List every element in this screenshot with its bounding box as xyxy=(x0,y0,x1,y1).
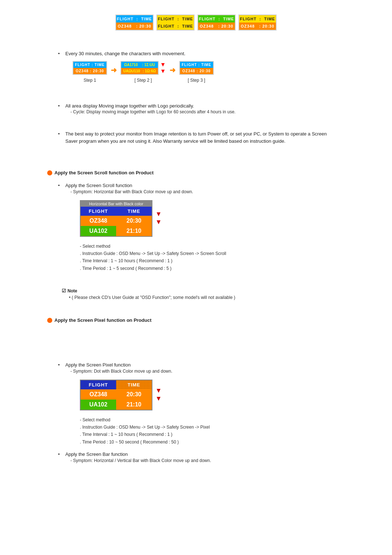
card4-bottom: OZ348 : 20:30 xyxy=(239,23,276,30)
pixel-display-table: FLIGHT TIME OZ348 20:30 UA102 21:10 xyxy=(80,380,152,410)
arrow-2: ➜ xyxy=(170,66,176,74)
pixel-bullet-sub: - Symptom: Dot with Black Color move up … xyxy=(70,369,210,374)
bar-bullet-text: Apply the Screen Bar function xyxy=(65,451,211,458)
pixel-r3-left: UA102 xyxy=(81,400,116,410)
pixel-table-row1: FLIGHT TIME xyxy=(81,380,152,389)
scroll-r3-left: UA102 xyxy=(81,226,116,236)
pixel-heading-text: Apply the Screen Pixel function on Produ… xyxy=(54,317,151,323)
scroll-bullet-dot: • xyxy=(58,183,63,188)
section-protect: • The best way to protect your monitor f… xyxy=(58,130,334,145)
pixel-table-row2: OZ348 20:30 xyxy=(81,389,152,400)
scroll-r3-right: 21:10 xyxy=(116,226,152,236)
pixel-r1-right: TIME xyxy=(116,380,152,389)
steps-row: FLIGHT : TIME OZ348 : 20:30 Step 1 ➜ ΩA1… xyxy=(73,61,214,83)
pixel-bullet-dot: • xyxy=(58,362,63,368)
card1-top: FLIGHT : TIME xyxy=(116,15,153,23)
flight-card-3: FLIGHT : TIME OZ348 : 20:30 xyxy=(197,15,236,31)
scroll-table-row3: UA102 21:10 xyxy=(81,226,152,236)
step3-card: FLIGHT : TIME OZ348 : 20:30 xyxy=(179,61,214,75)
pixel-display-container: FLIGHT TIME OZ348 20:30 UA102 21:10 xyxy=(65,377,210,413)
step2-arrows: ▼ ▼ xyxy=(160,61,166,74)
bullet-text-3: The best way to protect your monitor fro… xyxy=(65,130,334,145)
bar-bullet-sub: - Symptom: Horizontal / Vertical Bar wit… xyxy=(70,458,211,463)
step2-row2: UAΩU110 : 1Ω:6Ω xyxy=(121,68,158,74)
scroll-method-line2: . Time Interval : 1 ~ 10 hours ( Recomme… xyxy=(80,257,226,264)
scroll-table-row1: FLIGHT TIME xyxy=(81,207,152,216)
note-title: ☑ Note xyxy=(62,288,345,293)
pixel-r1-left: FLIGHT xyxy=(81,380,116,389)
card3-top: FLIGHT : TIME xyxy=(198,15,235,23)
scroll-bullet-sub: - Symptom: Horizontal Bar with Black Col… xyxy=(70,189,226,194)
orange-dot-2 xyxy=(47,318,52,323)
step1-card: FLIGHT : TIME OZ348 : 20:30 xyxy=(73,61,107,75)
scroll-method-line3: . Time Period : 1 ~ 5 second ( Recommend… xyxy=(80,265,226,272)
card3-bottom: OZ348 : 20:30 xyxy=(198,23,235,30)
bullet-text-2: All area display Moving image together w… xyxy=(65,102,236,110)
section-30min: • Every 30 minutes, change the character… xyxy=(58,50,334,86)
scroll-method-line1: . Instruction Guide : OSD Menu -> Set Up… xyxy=(80,250,226,257)
scroll-display-table: Horizontal Bar with Black color FLIGHT T… xyxy=(80,200,152,237)
pixel-table-row3: UA102 21:10 xyxy=(81,400,152,410)
section-pixel: Apply the Screen Pixel function on Produ… xyxy=(47,317,345,463)
pixel-method-title: - Select method xyxy=(80,416,210,424)
scroll-r2-left: OZ348 xyxy=(81,216,116,226)
pixel-heading: Apply the Screen Pixel function on Produ… xyxy=(47,317,345,323)
pixel-bullet1: • Apply the Screen Pixel function - Symp… xyxy=(58,361,334,448)
top-flight-cards-row: FLIGHT : TIME OZ348 : 20:30 FLIGHT : TIM… xyxy=(47,15,345,31)
orange-dot-1 xyxy=(47,170,52,175)
card2-bottom: FLIGHT : TIME xyxy=(157,23,194,30)
step3-label: [ Step 3 ] xyxy=(188,78,205,83)
bullet-text-2-sub: - Cycle: Display moving image together w… xyxy=(70,109,236,114)
step1-top: FLIGHT : TIME xyxy=(73,62,106,68)
step1-bottom: OZ348 : 20:30 xyxy=(73,68,106,74)
note-label: Note xyxy=(68,288,77,293)
scroll-display-container: Horizontal Bar with Black color FLIGHT T… xyxy=(65,197,226,240)
flight-card-1: FLIGHT : TIME OZ348 : 20:30 xyxy=(115,15,154,31)
section-logo: • All area display Moving image together… xyxy=(58,102,334,115)
pixel-method: - Select method . Instruction Guide : OS… xyxy=(80,416,210,446)
scroll-table-row2: OZ348 20:30 xyxy=(81,216,152,226)
note-box: ☑ Note • ( Please check CD's User Guide … xyxy=(62,288,345,300)
arrow-1: ➜ xyxy=(111,66,117,74)
bar-bullet: • Apply the Screen Bar function - Sympto… xyxy=(58,451,334,463)
pixel-bullet-text: Apply the Screen Pixel function xyxy=(65,361,210,369)
scroll-r1-left: FLIGHT xyxy=(81,207,116,216)
scroll-method-title: - Select method xyxy=(80,243,226,250)
pixel-content: • Apply the Screen Pixel function - Symp… xyxy=(58,361,334,463)
scroll-content: • Apply the Screen Scroll function - Sym… xyxy=(58,182,334,274)
note-text: • ( Please check CD's User Guide at "OSD… xyxy=(69,295,345,300)
scroll-r1-right: TIME xyxy=(116,207,152,216)
step3-block: FLIGHT : TIME OZ348 : 20:30 [ Step 3 ] xyxy=(179,61,214,83)
pixel-r3-right: 21:10 xyxy=(116,400,152,410)
scroll-method: - Select method . Instruction Guide : OS… xyxy=(80,243,226,272)
scroll-red-arrows: ▼ ▼ xyxy=(155,210,162,226)
flight-card-4: FLIGHT : TIME OZ348 : 20:30 xyxy=(238,15,277,31)
scroll-table-header: Horizontal Bar with Black color xyxy=(81,201,152,207)
step2-block: ΩA1710 : 1Σ:UU UAΩU110 : 1Ω:6Ω ▼ ▼ xyxy=(121,61,166,83)
step3-bottom: OZ348 : 20:30 xyxy=(180,68,213,74)
step1-label: Step 1 xyxy=(83,78,96,83)
bullet-text-1: Every 30 minutes, change the characters … xyxy=(65,50,214,57)
bar-bullet-dot: • xyxy=(58,451,63,457)
scroll-heading-text: Apply the Screen Scroll function on Prod… xyxy=(54,170,154,175)
step3-top: FLIGHT : TIME xyxy=(180,62,213,68)
pixel-method-line2: . Time Interval : 1 ~ 10 hours ( Recomme… xyxy=(80,431,210,438)
section-scroll: Apply the Screen Scroll function on Prod… xyxy=(47,170,345,274)
pixel-method-line1: . Instruction Guide : OSD Menu -> Set Up… xyxy=(80,424,210,431)
scroll-bullet1: • Apply the Screen Scroll function - Sym… xyxy=(58,182,334,274)
step1-block: FLIGHT : TIME OZ348 : 20:30 Step 1 xyxy=(73,61,107,83)
card1-bottom: OZ348 : 20:30 xyxy=(116,23,153,30)
scroll-heading: Apply the Screen Scroll function on Prod… xyxy=(47,170,345,175)
card4-top: FLIGHT : TIME xyxy=(239,15,276,23)
scroll-bullet-text: Apply the Screen Scroll function xyxy=(65,182,226,189)
step2-label: [ Step 2 ] xyxy=(134,78,152,83)
pixel-r2-left: OZ348 xyxy=(81,389,116,400)
bullet-dot-2: • xyxy=(58,103,63,109)
scroll-r2-right: 20:30 xyxy=(116,216,152,226)
card2-top: FLIGHT : TIME xyxy=(157,15,194,23)
step2-row1: ΩA1710 : 1Σ:UU xyxy=(121,62,158,68)
pixel-r2-right: 20:30 xyxy=(116,389,152,400)
bullet-dot-3: • xyxy=(58,131,63,137)
step2-card: ΩA1710 : 1Σ:UU UAΩU110 : 1Ω:6Ω xyxy=(121,61,159,75)
flight-card-2: FLIGHT : TIME FLIGHT : TIME xyxy=(156,15,195,31)
